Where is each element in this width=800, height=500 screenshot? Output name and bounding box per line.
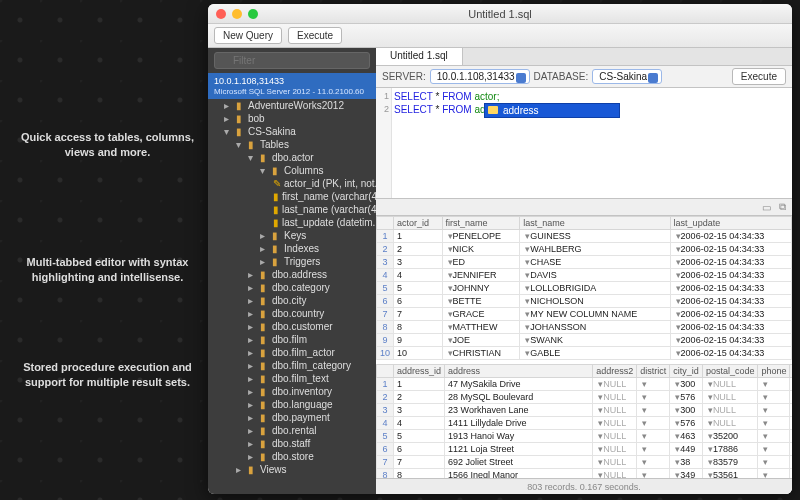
table-item[interactable]: ▸▮dbo.film_actor	[208, 346, 376, 359]
folder-icon: ▮	[233, 113, 245, 124]
table-item[interactable]: ▸▮dbo.inventory	[208, 385, 376, 398]
execute-button[interactable]: Execute	[288, 27, 342, 44]
table-row[interactable]: 11▾PENELOPE▾GUINESS▾2006-02-15 04:34:33	[377, 230, 792, 243]
db-item[interactable]: ▾▮CS-Sakina	[208, 125, 376, 138]
table-item[interactable]: ▸▮dbo.country	[208, 307, 376, 320]
column-header[interactable]: last_update	[790, 365, 792, 378]
table-row[interactable]: 77692 Joliet Street▾NULL▾▾38▾83579▾▾2006…	[377, 456, 793, 469]
folder-icon: ▮	[257, 282, 269, 293]
table-row[interactable]: 88▾MATTHEW▾JOHANSSON▾2006-02-15 04:34:33	[377, 321, 792, 334]
app-window: Untitled 1.sql New Query Execute 10.0.1.…	[208, 4, 792, 494]
table-row[interactable]: 441411 Lillydale Drive▾NULL▾▾576▾NULL▾▾2…	[377, 417, 793, 430]
table-row[interactable]: 661121 Loja Street▾NULL▾▾449▾17886▾▾2006…	[377, 443, 793, 456]
views-group[interactable]: ▸▮Views	[208, 463, 376, 476]
result-grid-2[interactable]: address_idaddressaddress2districtcity_id…	[376, 364, 792, 478]
column-item[interactable]: ▮last_name (varchar(4...	[208, 203, 376, 216]
table-item[interactable]: ▾▮dbo.actor	[208, 151, 376, 164]
server-header[interactable]: 10.0.1.108,31433 Microsoft SQL Server 20…	[208, 73, 376, 99]
table-item[interactable]: ▸▮dbo.film	[208, 333, 376, 346]
status-bar: 803 records. 0.167 seconds.	[376, 478, 792, 494]
table-item[interactable]: ▸▮dbo.city	[208, 294, 376, 307]
table-item[interactable]: ▸▮dbo.staff	[208, 437, 376, 450]
column-header[interactable]: actor_id	[394, 217, 443, 230]
column-header[interactable]	[377, 365, 394, 378]
table-row[interactable]: 22▾NICK▾WAHLBERG▾2006-02-15 04:34:33	[377, 243, 792, 256]
column-header[interactable]: address	[445, 365, 593, 378]
result-grid-1[interactable]: actor_idfirst_namelast_namelast_update11…	[376, 216, 792, 360]
object-tree[interactable]: ▸▮AdventureWorks2012 ▸▮bob ▾▮CS-Sakina ▾…	[208, 99, 376, 494]
table-row[interactable]: 2228 MySQL Boulevard▾NULL▾▾576▾NULL▾▾200…	[377, 391, 793, 404]
folder-open-icon: ▮	[233, 126, 245, 137]
autocomplete-popup[interactable]: address	[484, 103, 620, 118]
indexes-group[interactable]: ▸▮Indexes	[208, 242, 376, 255]
server-label: SERVER:	[382, 71, 426, 82]
column-header[interactable]: postal_code	[702, 365, 758, 378]
table-row[interactable]: 55▾JOHNNY▾LOLLOBRIGIDA▾2006-02-15 04:34:…	[377, 282, 792, 295]
column-icon: ▮	[273, 191, 279, 202]
column-header[interactable]: last_name	[520, 217, 670, 230]
copy-icon[interactable]: ⧉	[779, 201, 786, 213]
table-row[interactable]: 66▾BETTE▾NICHOLSON▾2006-02-15 04:34:33	[377, 295, 792, 308]
folder-icon: ▮	[257, 308, 269, 319]
column-header[interactable]: last_update	[670, 217, 791, 230]
table-row[interactable]: 99▾JOE▾SWANK▾2006-02-15 04:34:33	[377, 334, 792, 347]
folder-icon: ▮	[233, 100, 245, 111]
export-icon[interactable]: ▭	[762, 202, 771, 213]
server-version: Microsoft SQL Server 2012 - 11.0.2100.60	[214, 87, 370, 97]
table-row[interactable]: 1010▾CHRISTIAN▾GABLE▾2006-02-15 04:34:33	[377, 347, 792, 360]
column-icon: ▮	[273, 204, 279, 215]
triggers-group[interactable]: ▸▮Triggers	[208, 255, 376, 268]
table-row[interactable]: 1147 MySakila Drive▾NULL▾▾300▾NULL▾▾2006…	[377, 378, 793, 391]
table-item[interactable]: ▸▮dbo.address	[208, 268, 376, 281]
keys-group[interactable]: ▸▮Keys	[208, 229, 376, 242]
column-header[interactable]	[377, 217, 394, 230]
table-item[interactable]: ▸▮dbo.rental	[208, 424, 376, 437]
table-item[interactable]: ▸▮dbo.category	[208, 281, 376, 294]
server-select[interactable]: 10.0.1.108,31433	[430, 69, 530, 84]
column-header[interactable]: district	[637, 365, 670, 378]
column-header[interactable]: first_name	[442, 217, 520, 230]
folder-icon: ▮	[245, 464, 257, 475]
table-row[interactable]: 77▾GRACE▾MY NEW COLUMN NAME▾2006-02-15 0…	[377, 308, 792, 321]
column-header[interactable]: address_id	[394, 365, 445, 378]
table-row[interactable]: 3323 Workhaven Lane▾NULL▾▾300▾NULL▾▾2006…	[377, 404, 793, 417]
column-header[interactable]: address2	[593, 365, 637, 378]
column-item[interactable]: ▮last_update (datetim...	[208, 216, 376, 229]
folder-icon: ▮	[257, 373, 269, 384]
table-item[interactable]: ▸▮dbo.film_category	[208, 359, 376, 372]
column-header[interactable]: city_id	[670, 365, 703, 378]
folder-icon: ▮	[257, 425, 269, 436]
promo-text-3: Stored procedure execution and support f…	[10, 360, 205, 390]
toolbar: New Query Execute	[208, 24, 792, 48]
column-header[interactable]: phone	[758, 365, 790, 378]
column-item[interactable]: ✎actor_id (PK, int, not...	[208, 177, 376, 190]
results-panel[interactable]: actor_idfirst_namelast_namelast_update11…	[376, 216, 792, 478]
table-item[interactable]: ▸▮dbo.film_text	[208, 372, 376, 385]
folder-icon: ▮	[257, 321, 269, 332]
autocomplete-item[interactable]: address	[485, 104, 619, 117]
db-item[interactable]: ▸▮AdventureWorks2012	[208, 99, 376, 112]
folder-icon: ▮	[257, 412, 269, 423]
column-item[interactable]: ▮first_name (varchar(4...	[208, 190, 376, 203]
table-row[interactable]: 881566 Inegl Manor▾NULL▾▾349▾53561▾▾2006…	[377, 469, 793, 479]
table-item[interactable]: ▸▮dbo.customer	[208, 320, 376, 333]
sql-editor[interactable]: 12 SELECT * FROM actor; SELECT * FROM ad…	[376, 88, 792, 198]
table-item[interactable]: ▸▮dbo.language	[208, 398, 376, 411]
folder-icon: ▮	[257, 399, 269, 410]
table-row[interactable]: 551913 Hanoi Way▾NULL▾▾463▾35200▾▾2006-0…	[377, 430, 793, 443]
server-host: 10.0.1.108,31433	[214, 76, 370, 87]
execute-tab-button[interactable]: Execute	[732, 68, 786, 85]
database-select[interactable]: CS-Sakina	[592, 69, 662, 84]
table-row[interactable]: 33▾ED▾CHASE▾2006-02-15 04:34:33	[377, 256, 792, 269]
tables-group[interactable]: ▾▮Tables	[208, 138, 376, 151]
folder-icon: ▮	[257, 295, 269, 306]
filter-input[interactable]	[214, 52, 370, 69]
db-item[interactable]: ▸▮bob	[208, 112, 376, 125]
key-icon: ✎	[273, 178, 281, 189]
editor-tab[interactable]: Untitled 1.sql	[376, 48, 463, 65]
columns-group[interactable]: ▾▮Columns	[208, 164, 376, 177]
table-row[interactable]: 44▾JENNIFER▾DAVIS▾2006-02-15 04:34:33	[377, 269, 792, 282]
table-item[interactable]: ▸▮dbo.payment	[208, 411, 376, 424]
new-query-button[interactable]: New Query	[214, 27, 282, 44]
table-item[interactable]: ▸▮dbo.store	[208, 450, 376, 463]
